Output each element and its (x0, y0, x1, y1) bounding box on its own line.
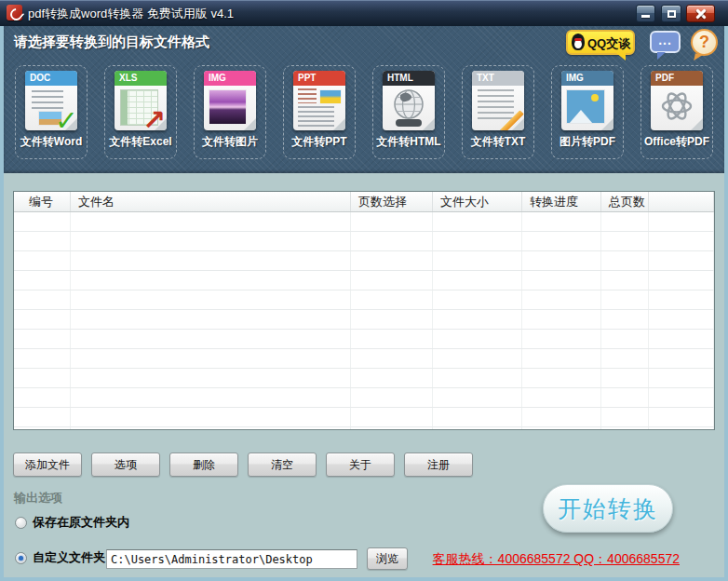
table-row (14, 369, 714, 388)
format-button-label: 图片转PDF (559, 134, 615, 150)
table-cell (14, 251, 71, 270)
table-cell (14, 232, 71, 250)
table-cell (433, 232, 522, 250)
table-cell (14, 212, 71, 231)
table-cell (351, 212, 433, 231)
table-cell (522, 310, 601, 329)
table-cell (71, 330, 351, 348)
add-files-button[interactable]: 添加文件 (13, 453, 82, 477)
table-cell (601, 232, 649, 250)
output-options-label: 输出选项 (14, 490, 62, 507)
format-button-ppt[interactable]: PPT文件转PPT (283, 65, 356, 159)
column-header-blank[interactable] (649, 192, 714, 211)
maximize-button[interactable] (661, 5, 681, 22)
format-button-label: Office转PDF (644, 134, 709, 150)
table-row (14, 271, 714, 290)
table-cell (601, 369, 649, 387)
action-button-row: 添加文件选项删除清空关于注册 (13, 453, 473, 477)
titlebar[interactable]: pdf转换成word转换器 免费试用版 v4.1 (0, 0, 728, 26)
delete-button[interactable]: 删除 (169, 453, 238, 477)
table-cell (351, 251, 433, 270)
browse-button[interactable]: 浏览 (367, 547, 408, 570)
format-button-office2pdf[interactable]: PDFOffice转PDF (640, 65, 713, 159)
table-cell (649, 251, 714, 270)
table-cell (649, 290, 714, 309)
radio-original-icon[interactable] (15, 517, 27, 529)
clear-button[interactable]: 清空 (248, 453, 317, 477)
minimize-icon (641, 15, 650, 18)
qq-chat-button[interactable]: QQ交谈 (566, 30, 635, 55)
table-cell (649, 310, 714, 329)
format-button-image[interactable]: IMG文件转图片 (194, 65, 266, 159)
table-cell (649, 232, 714, 250)
column-header-文件大小[interactable]: 文件大小 (433, 192, 522, 211)
table-cell (649, 369, 714, 387)
table-cell (433, 271, 522, 290)
txt-file-icon: TXT (472, 71, 524, 130)
format-button-excel[interactable]: XLS↗文件转Excel (104, 65, 177, 159)
column-header-编号[interactable]: 编号 (14, 192, 71, 211)
message-bubble-dots: ... (658, 33, 672, 47)
table-cell (14, 330, 71, 348)
table-cell (433, 251, 522, 270)
format-button-label: 文件转HTML (376, 134, 440, 150)
radio-save-original[interactable]: 保存在原文件夹内 (15, 514, 129, 531)
output-path-input[interactable] (106, 549, 357, 569)
table-cell (601, 330, 649, 348)
table-row (14, 212, 714, 232)
table-cell (71, 232, 351, 250)
table-cell (433, 349, 522, 368)
close-icon (687, 6, 714, 21)
table-cell (601, 251, 649, 270)
table-cell (522, 251, 601, 270)
table-cell (351, 427, 433, 430)
close-button[interactable] (686, 5, 715, 22)
table-cell (14, 349, 71, 368)
message-bubble-button[interactable]: ... (650, 31, 681, 53)
format-button-html[interactable]: HTML文件转HTML (372, 65, 445, 159)
column-header-页数选择[interactable]: 页数选择 (351, 192, 433, 211)
help-button[interactable]: ? (691, 29, 718, 56)
format-button-img2pdf[interactable]: IMG图片转PDF (551, 65, 624, 159)
qq-penguin-icon (572, 34, 585, 50)
radio-original-label: 保存在原文件夹内 (33, 514, 129, 531)
format-button-label: 文件转Word (20, 134, 82, 150)
table-cell (433, 388, 522, 407)
column-header-文件名[interactable]: 文件名 (71, 192, 351, 211)
table-cell (601, 349, 649, 368)
table-cell (522, 232, 601, 250)
table-cell (351, 349, 433, 368)
table-cell (14, 310, 71, 329)
column-header-总页数[interactable]: 总页数 (601, 192, 649, 211)
about-button[interactable]: 关于 (326, 453, 395, 477)
table-cell (601, 388, 649, 407)
table-row (14, 349, 714, 369)
office2pdf-file-icon: PDF (651, 71, 703, 130)
format-button-row: DOC✓文件转WordXLS↗文件转ExcelIMG文件转图片PPT文件转PPT… (4, 65, 724, 159)
table-cell (71, 212, 351, 231)
table-cell (14, 369, 71, 387)
options-button[interactable]: 选项 (91, 453, 160, 477)
table-cell (649, 349, 714, 368)
column-header-转换进度[interactable]: 转换进度 (522, 192, 601, 211)
start-convert-button[interactable]: 开始转换 (543, 484, 673, 533)
format-prompt: 请选择要转换到的目标文件格式 (14, 34, 209, 51)
format-button-txt[interactable]: TXT文件转TXT (462, 65, 534, 159)
table-cell (433, 369, 522, 387)
table-cell (71, 310, 351, 329)
table-row (14, 427, 714, 430)
table-cell (601, 310, 649, 329)
minimize-button[interactable] (636, 5, 655, 22)
table-cell (601, 271, 649, 290)
table-cell (522, 349, 601, 368)
word-file-icon: DOC✓ (25, 71, 77, 130)
format-button-word[interactable]: DOC✓文件转Word (15, 65, 88, 159)
radio-custom-icon[interactable] (15, 552, 27, 564)
hotline-link[interactable]: 客服热线：4006685572 QQ：4006685572 (433, 551, 680, 568)
radio-custom-folder[interactable]: 自定义文件夹 (15, 549, 105, 566)
table-cell (351, 388, 433, 407)
table-cell (351, 232, 433, 250)
register-button[interactable]: 注册 (404, 453, 473, 477)
question-mark-icon: ? (699, 33, 709, 51)
table-cell (649, 212, 714, 231)
